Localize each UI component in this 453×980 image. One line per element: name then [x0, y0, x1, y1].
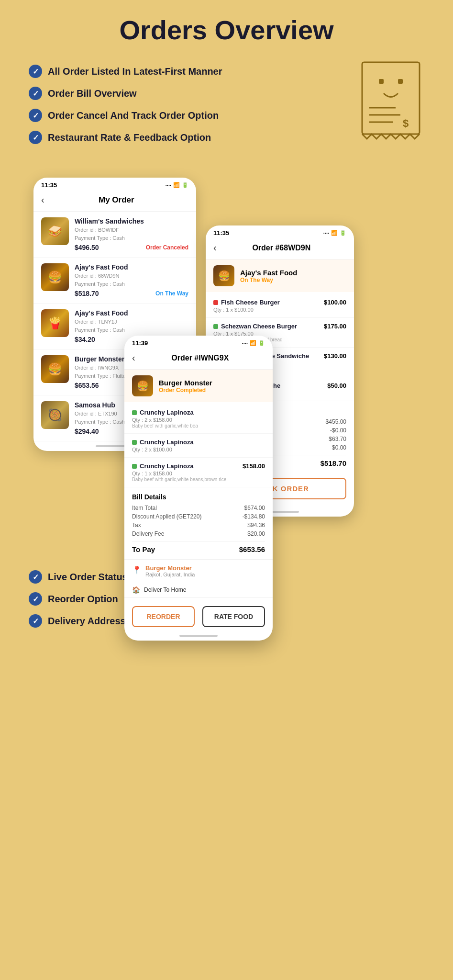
phone3-status-bar: 11:39 ···· 📶 🔋: [124, 336, 273, 349]
phone3-location-address: Rajkot, Gujarat, India: [145, 572, 195, 577]
phone2-restaurant-status: On The Way: [240, 277, 297, 283]
order-status-ajay1: On The Way: [155, 290, 188, 297]
phone3-food3-name: Crunchy Lapinoza: [140, 462, 194, 470]
phone2-restaurant-info: Ajay's Fast Food On The Way: [240, 269, 297, 283]
svg-rect-2: [398, 79, 403, 84]
phone3-location-name: Burger Monster: [145, 564, 195, 572]
phone3-wifi: 📶: [250, 340, 256, 346]
order-price-row-ajay1: $518.70 On The Way: [75, 290, 188, 297]
phone1-back-button[interactable]: ‹: [41, 194, 44, 205]
phone1-header: ‹ My Order: [33, 191, 196, 212]
svg-rect-0: [362, 62, 420, 134]
phone2-order-id: Order #68WD9N: [217, 244, 346, 252]
order-info-williams: William's Sandwiches Order id : BOWIDF P…: [75, 217, 188, 251]
phone3-location-text: Burger Monster Rajkot, Gujarat, India: [145, 564, 195, 577]
phone2-time: 11:35: [213, 229, 229, 237]
phone1-battery: 🔋: [182, 182, 188, 188]
order-img-ajay1: 🍔: [41, 263, 69, 291]
phones-area: 11:35 ···· 📶 🔋 ‹ My Order 🥪 William's Sa…: [19, 178, 434, 551]
phone2-status-bar: 11:35 ···· 📶 🔋: [206, 225, 354, 238]
order-price-ajay2: $34.20: [75, 336, 95, 343]
order-item-ajay1[interactable]: 🍔 Ajay's Fast Food Order id : 68WD9N Pay…: [33, 258, 196, 304]
phone3-food1-dot: [132, 410, 137, 415]
feature-item-1: All Order Listed In Latest-First Manner: [29, 65, 348, 78]
order-price-burger-monster: $653.56: [75, 382, 99, 389]
phone2-back-button[interactable]: ‹: [213, 242, 217, 253]
phone2-wifi: 📶: [331, 230, 338, 236]
phone2-food2-price: $175.00: [324, 323, 346, 330]
phone2-food2-dot: [213, 324, 218, 329]
order-meta-ajay2: Order id : TLNY1J Payment Type : Cash: [75, 318, 188, 334]
feature-text-4: Restaurant Rate & Feedback Option: [48, 132, 211, 143]
phone1-status-bar: 11:35 ···· 📶 🔋: [33, 178, 196, 191]
phone3-location-icon: 📍: [132, 565, 142, 574]
phone3-food3-qty: Qty : 1 x $158.00: [132, 471, 265, 476]
phone3-rate-food-button[interactable]: RATE FOOD: [202, 606, 265, 627]
phone2-food3-price: $130.00: [324, 352, 346, 360]
phone3-deliver-row: 🏠 Deliver To Home: [124, 582, 273, 598]
order-meta-ajay1: Order id : 68WD9N Payment Type : Cash: [75, 272, 188, 288]
feature-text-3: Order Cancel And Track Order Option: [48, 110, 219, 121]
phone3-restaurant-banner: 🍔 Burger Monster Order Completed: [124, 370, 273, 402]
phone3-time: 11:39: [132, 339, 148, 347]
order-status-williams: Order Canceled: [146, 244, 188, 251]
svg-rect-1: [379, 79, 384, 84]
phone2-food1-dot: [213, 300, 218, 305]
phone1-time: 11:35: [41, 181, 57, 189]
phone3-action-buttons: REORDER RATE FOOD: [124, 602, 273, 631]
check-icon-bottom-2: [29, 592, 42, 606]
phone2-restaurant-img: 🍔: [213, 265, 234, 286]
phone3-header: ‹ Order #IWNG9X: [124, 349, 273, 370]
phone2-battery: 🔋: [340, 230, 346, 236]
order-emoji-williams: 🥪: [41, 217, 69, 245]
phone2-restaurant-banner: 🍔 Ajay's Fast Food On The Way: [206, 259, 354, 292]
phone3-battery: 🔋: [258, 340, 265, 346]
order-img-samosa: 🥘: [41, 401, 69, 429]
feature-item-2: Order Bill Overview: [29, 87, 348, 100]
phone3-food3-dot: [132, 464, 137, 469]
receipt-icon: $: [348, 55, 434, 151]
phone3-bill-title: Bill Details: [132, 493, 265, 501]
phone3-home-indicator: [124, 631, 273, 641]
phone3-restaurant-name: Burger Monster: [159, 379, 212, 387]
feature-text-bottom-2: Reorder Option: [48, 594, 118, 605]
phone3-bill-discount: Discount Applied (GET220) -$134.80: [132, 513, 265, 520]
phone3-bill-delivery: Delivery Fee $20.00: [132, 530, 265, 537]
order-restaurant-williams: William's Sandwiches: [75, 217, 188, 225]
phone2-food1-name: Fish Cheese Burger: [221, 299, 280, 306]
features-top: All Order Listed In Latest-First Manner …: [19, 65, 348, 158]
order-item-williams[interactable]: 🥪 William's Sandwiches Order id : BOWIDF…: [33, 212, 196, 258]
phone2-food1-price: $100.00: [324, 299, 346, 306]
phone1-signal: ····: [166, 182, 171, 188]
page-title: Orders Overview: [19, 14, 434, 45]
svg-text:$: $: [403, 117, 409, 129]
phone3-food1-name: Crunchy Lapinoza: [140, 409, 194, 416]
order-price-ajay1: $518.70: [75, 290, 99, 297]
phone3-food2-dot: [132, 440, 137, 445]
feature-item-4: Restaurant Rate & Feedback Option: [29, 131, 348, 144]
phone3-order-id: Order #IWNG9X: [135, 354, 265, 362]
phone3-bill-tax: Tax $94.36: [132, 522, 265, 529]
order-restaurant-ajay2: Ajay's Fast Food: [75, 309, 188, 317]
order-meta-williams: Order id : BOWIDF Payment Type : Cash: [75, 226, 188, 242]
order-img-williams: 🥪: [41, 217, 69, 245]
phone2-food4-price: $50.00: [327, 382, 346, 389]
order-emoji-samosa: 🥘: [41, 401, 69, 429]
phone3-reorder-button[interactable]: REORDER: [132, 606, 195, 627]
order-info-ajay1: Ajay's Fast Food Order id : 68WD9N Payme…: [75, 263, 188, 297]
check-icon-4: [29, 131, 42, 144]
phone-3-order-iwng9x: 11:39 ···· 📶 🔋 ‹ Order #IWNG9X 🍔 Burger …: [124, 336, 273, 641]
phone3-status-icons: ···· 📶 🔋: [242, 340, 265, 346]
order-restaurant-ajay1: Ajay's Fast Food: [75, 263, 188, 271]
phone3-bill-total: To Pay $653.56: [132, 541, 265, 553]
feature-text-1: All Order Listed In Latest-First Manner: [48, 66, 222, 77]
phone3-food3-notes: Baby beef with garlic,white beans,brown …: [132, 477, 265, 482]
phone3-food2-name: Crunchy Lapinoza: [140, 439, 194, 446]
order-emoji-ajay1: 🍔: [41, 263, 69, 291]
phone2-status-icons: ···· 📶 🔋: [323, 230, 346, 236]
phone3-back-button[interactable]: ‹: [132, 352, 135, 363]
phone2-restaurant-name: Ajay's Fast Food: [240, 269, 297, 277]
order-img-burger-monster: 🍔: [41, 355, 69, 383]
phone2-food1-qty: Qty : 1 x $100.00: [213, 307, 346, 313]
phone1-status-icons: ···· 📶 🔋: [166, 182, 188, 188]
